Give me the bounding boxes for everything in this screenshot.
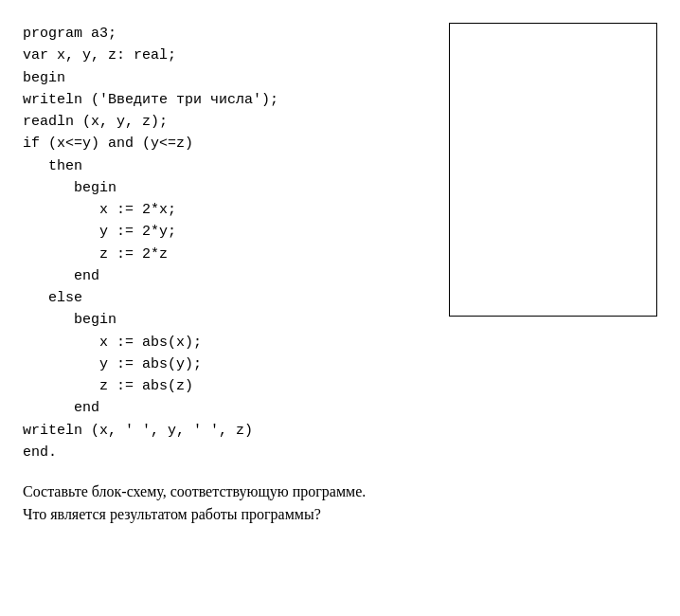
diagram-column <box>449 23 657 463</box>
code-column: program a3; var x, y, z: real; begin wri… <box>23 23 430 463</box>
diagram-box <box>449 23 657 317</box>
questions-section: Составьте блок-схему, соответствующую пр… <box>23 480 657 526</box>
code-block: program a3; var x, y, z: real; begin wri… <box>23 23 430 463</box>
question1-text: Составьте блок-схему, соответствующую пр… <box>23 480 657 526</box>
page-wrapper: program a3; var x, y, z: real; begin wri… <box>23 23 657 526</box>
main-content: program a3; var x, y, z: real; begin wri… <box>23 23 657 463</box>
